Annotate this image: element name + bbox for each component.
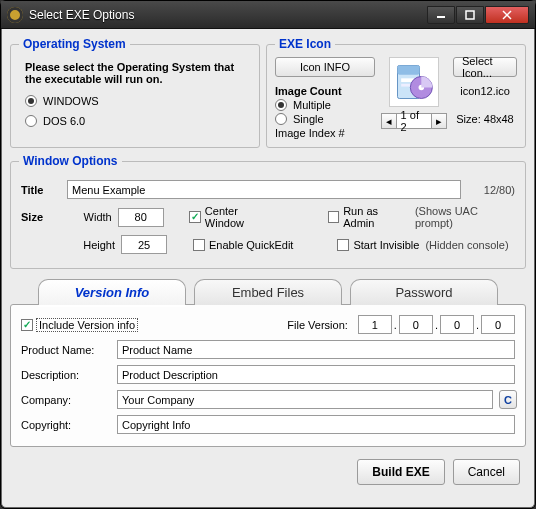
- checkbox-icon: [328, 211, 340, 223]
- operating-system-group: Operating System Please select the Opera…: [10, 37, 260, 148]
- index-next-button[interactable]: ▸: [431, 113, 447, 129]
- checkbox-icon: [193, 239, 205, 251]
- close-button[interactable]: [485, 6, 529, 24]
- height-label: Height: [67, 239, 115, 251]
- checkbox-icon: [337, 239, 349, 251]
- maximize-button[interactable]: [456, 6, 484, 24]
- version-info-panel: Include Version info File Version: . . .…: [10, 304, 526, 447]
- file-version-label: File Version:: [287, 319, 348, 331]
- center-window-checkbox[interactable]: Center Window: [189, 205, 277, 229]
- company-c-button[interactable]: C: [499, 390, 517, 409]
- exe-icon-group: EXE Icon Icon INFO Image Count Multiple …: [266, 37, 526, 148]
- os-prompt: Please select the Operating System that …: [25, 61, 245, 85]
- width-label: Width: [66, 211, 112, 223]
- description-input[interactable]: [117, 365, 515, 384]
- image-count-single[interactable]: Single: [275, 113, 375, 125]
- tab-embed-files[interactable]: Embed Files: [194, 279, 342, 305]
- title-counter: 12/80): [467, 184, 515, 196]
- checkbox-label: Include Version info: [37, 319, 137, 331]
- height-input[interactable]: [121, 235, 167, 254]
- radio-icon: [25, 95, 37, 107]
- file-version-2[interactable]: [399, 315, 433, 334]
- file-version-1[interactable]: [358, 315, 392, 334]
- copyright-input[interactable]: [117, 415, 515, 434]
- radio-label: Multiple: [293, 99, 331, 111]
- copyright-label: Copyright:: [21, 419, 111, 431]
- run-as-admin-checkbox[interactable]: Run as Admin: [328, 205, 409, 229]
- os-option-windows[interactable]: WINDOWS: [25, 95, 245, 107]
- select-icon-button[interactable]: Select Icon...: [453, 57, 517, 77]
- svg-rect-5: [398, 66, 420, 75]
- box-disc-icon: [392, 60, 436, 104]
- radio-icon: [25, 115, 37, 127]
- app-icon: [7, 7, 23, 23]
- file-version-4[interactable]: [481, 315, 515, 334]
- image-index-label: Image Index #: [275, 127, 345, 139]
- title-label: Title: [21, 184, 61, 196]
- radio-label: Single: [293, 113, 324, 125]
- os-option-label: DOS 6.0: [43, 115, 85, 127]
- radio-icon: [275, 99, 287, 111]
- minimize-button[interactable]: [427, 6, 455, 24]
- checkbox-label: Enable QuickEdit: [209, 239, 293, 251]
- index-prev-button[interactable]: ◂: [381, 113, 397, 129]
- window-options-group: Window Options Title 12/80) Size Width C…: [10, 154, 526, 269]
- title-input[interactable]: [67, 180, 461, 199]
- tab-version-info[interactable]: Version Info: [38, 279, 186, 305]
- checkbox-label: Run as Admin: [343, 205, 409, 229]
- start-invisible-hint: (Hidden console): [425, 239, 508, 251]
- checkbox-icon: [21, 319, 33, 331]
- description-label: Description:: [21, 369, 111, 381]
- company-label: Company:: [21, 394, 111, 406]
- build-exe-button[interactable]: Build EXE: [357, 459, 444, 485]
- file-version-3[interactable]: [440, 315, 474, 334]
- os-option-label: WINDOWS: [43, 95, 99, 107]
- titlebar[interactable]: Select EXE Options: [1, 1, 535, 29]
- cancel-button[interactable]: Cancel: [453, 459, 520, 485]
- svg-rect-1: [466, 11, 474, 19]
- width-input[interactable]: [118, 208, 164, 227]
- image-count-label: Image Count: [275, 85, 375, 97]
- index-value: 1 of 2: [397, 113, 432, 129]
- product-name-input[interactable]: [117, 340, 515, 359]
- window-title: Select EXE Options: [29, 8, 426, 22]
- company-input[interactable]: [117, 390, 493, 409]
- icon-filename: icon12.ico: [460, 85, 510, 97]
- tab-bar: Version Info Embed Files Password: [10, 279, 526, 305]
- os-legend: Operating System: [19, 37, 130, 51]
- icon-preview: [389, 57, 439, 107]
- checkbox-label: Center Window: [205, 205, 277, 229]
- checkbox-label: Start Invisible: [353, 239, 419, 251]
- enable-quickedit-checkbox[interactable]: Enable QuickEdit: [193, 239, 293, 251]
- icon-size-label: Size: 48x48: [456, 113, 513, 125]
- tab-password[interactable]: Password: [350, 279, 498, 305]
- checkbox-icon: [189, 211, 201, 223]
- product-name-label: Product Name:: [21, 344, 111, 356]
- size-label: Size: [21, 211, 60, 223]
- start-invisible-checkbox[interactable]: Start Invisible: [337, 239, 419, 251]
- os-option-dos[interactable]: DOS 6.0: [25, 115, 245, 127]
- image-count-multiple[interactable]: Multiple: [275, 99, 375, 111]
- exe-icon-legend: EXE Icon: [275, 37, 335, 51]
- radio-icon: [275, 113, 287, 125]
- include-version-checkbox[interactable]: Include Version info: [21, 319, 137, 331]
- icon-info-button[interactable]: Icon INFO: [275, 57, 375, 77]
- run-as-admin-hint: (Shows UAC prompt): [415, 205, 515, 229]
- window-options-legend: Window Options: [19, 154, 122, 168]
